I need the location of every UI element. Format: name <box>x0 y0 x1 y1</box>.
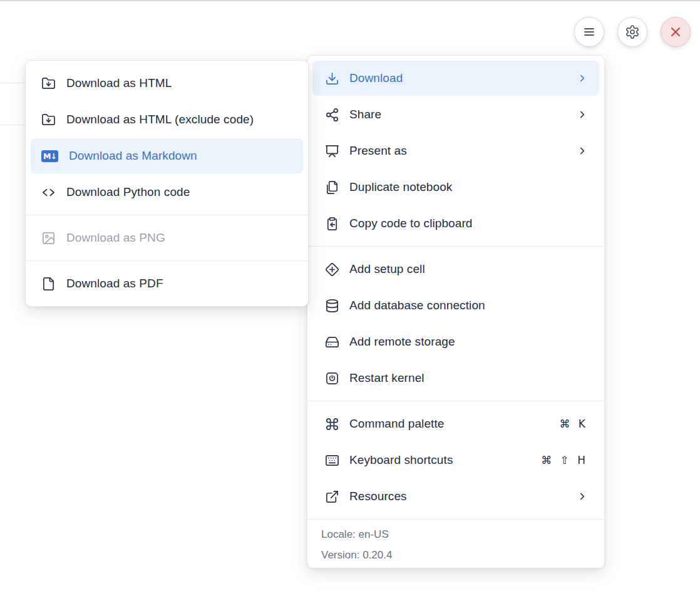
menu-item-label: Command palette <box>349 417 549 431</box>
menu-item-copy-code[interactable]: Copy code to clipboard <box>312 206 599 241</box>
menu-item-label: Add database connection <box>349 299 588 312</box>
menu-item-download-as-html[interactable]: Download as HTML <box>31 66 303 101</box>
notebook-actions-menu: Download Share Present as <box>307 55 605 568</box>
menu-item-add-database-connection[interactable]: Add database connection <box>312 288 599 323</box>
version-text: Version: 0.20.4 <box>321 549 590 562</box>
command-icon <box>325 417 339 431</box>
folder-down-icon <box>41 113 56 127</box>
menu-item-label: Download <box>349 71 567 85</box>
presentation-icon <box>325 144 339 158</box>
menu-item-label: Add remote storage <box>349 335 588 349</box>
background-cell-line <box>0 125 28 125</box>
database-icon <box>325 299 339 313</box>
menu-item-label: Add setup cell <box>349 262 588 276</box>
page-top-border <box>0 0 700 1</box>
power-square-icon <box>325 371 339 386</box>
gear-icon <box>625 24 640 39</box>
menu-divider <box>26 260 308 261</box>
background-cell-line <box>0 83 28 83</box>
diamond-plus-icon <box>325 262 339 277</box>
chevron-right-icon <box>577 109 588 120</box>
download-submenu: Download as HTML Download as HTML (exclu… <box>25 60 309 307</box>
folder-down-icon <box>41 76 56 91</box>
menu-item-add-remote-storage[interactable]: Add remote storage <box>312 324 599 359</box>
menu-divider <box>26 215 308 215</box>
download-icon <box>325 71 339 86</box>
menu-item-download-as-png: Download as PNG <box>31 220 303 255</box>
menu-item-add-setup-cell[interactable]: Add setup cell <box>312 252 599 287</box>
image-icon <box>41 231 56 245</box>
menu-item-download-as-pdf[interactable]: Download as PDF <box>31 266 303 301</box>
hard-drive-icon <box>325 335 339 349</box>
shutdown-button[interactable] <box>661 17 691 47</box>
hamburger-icon <box>582 24 597 39</box>
menu-divider <box>307 519 604 520</box>
menu-footer: Locale: en-US Version: 0.20.4 <box>312 525 599 562</box>
code-icon <box>41 185 56 200</box>
shortcut-hint: ⌘ ⇧ H <box>541 454 588 466</box>
locale-text: Locale: en-US <box>321 528 590 541</box>
menu-item-label: Present as <box>349 144 567 158</box>
menu-item-share[interactable]: Share <box>312 97 599 132</box>
menu-item-download-python-code[interactable]: Download Python code <box>31 175 303 210</box>
menu-divider <box>307 246 604 247</box>
menu-item-label: Copy code to clipboard <box>349 217 588 230</box>
menu-item-download-as-markdown[interactable]: M↓ Download as Markdown <box>31 138 303 173</box>
clipboard-copy-icon <box>325 217 339 231</box>
menu-item-label: Download as HTML <box>66 76 292 90</box>
menu-item-duplicate-notebook[interactable]: Duplicate notebook <box>312 170 599 205</box>
menu-item-keyboard-shortcuts[interactable]: Keyboard shortcuts ⌘ ⇧ H <box>312 443 599 478</box>
chevron-right-icon <box>577 73 588 84</box>
notebook-menu-button[interactable] <box>574 17 604 47</box>
menu-item-label: Download as Markdown <box>69 149 292 163</box>
external-link-icon <box>325 490 339 504</box>
chevron-right-icon <box>577 491 588 502</box>
menu-item-resources[interactable]: Resources <box>312 479 599 514</box>
duplicate-icon <box>325 180 339 195</box>
menu-item-label: Resources <box>349 490 567 503</box>
menu-item-command-palette[interactable]: Command palette ⌘ K <box>312 406 599 441</box>
close-icon <box>668 24 683 39</box>
menu-item-label: Restart kernel <box>349 371 588 385</box>
menu-item-present-as[interactable]: Present as <box>312 133 599 168</box>
menu-item-download-as-html-exclude-code[interactable]: Download as HTML (exclude code) <box>31 102 303 137</box>
chevron-right-icon <box>577 145 588 157</box>
menu-item-label: Download as PDF <box>66 277 292 290</box>
menu-item-download[interactable]: Download <box>312 61 599 96</box>
menu-divider <box>307 401 604 401</box>
keyboard-icon <box>325 453 339 468</box>
shortcut-hint: ⌘ K <box>559 418 588 430</box>
markdown-icon: M↓ <box>41 150 58 162</box>
menu-item-label: Download as PNG <box>66 231 292 245</box>
menu-item-label: Duplicate notebook <box>349 180 588 194</box>
share-icon <box>325 108 339 122</box>
menu-item-label: Download as HTML (exclude code) <box>66 113 292 126</box>
menu-item-restart-kernel[interactable]: Restart kernel <box>312 361 599 396</box>
page: Download Share Present as <box>0 0 700 616</box>
menu-item-label: Share <box>349 108 567 121</box>
settings-button[interactable] <box>617 17 647 47</box>
menu-item-label: Download Python code <box>66 185 292 199</box>
menu-item-label: Keyboard shortcuts <box>349 453 531 467</box>
file-icon <box>41 277 56 291</box>
